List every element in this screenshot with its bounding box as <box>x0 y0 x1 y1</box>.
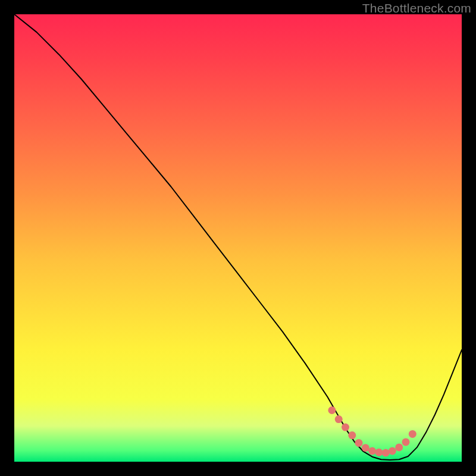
valley-dot <box>382 449 390 457</box>
valley-dot <box>342 424 349 431</box>
chart-svg <box>14 14 462 462</box>
bottleneck-curve <box>14 14 462 460</box>
valley-dot <box>355 439 363 447</box>
valley-dot <box>409 430 416 438</box>
valley-dot <box>375 449 383 456</box>
valley-dot <box>368 447 376 455</box>
valley-dot <box>348 431 356 439</box>
valley-dot <box>362 444 369 452</box>
valley-dot <box>328 406 336 414</box>
chart-frame <box>14 14 462 462</box>
valley-dot <box>335 415 343 423</box>
valley-dot <box>389 447 396 455</box>
valley-dot <box>402 438 410 446</box>
valley-dots <box>328 406 416 457</box>
attribution-text: TheBottleneck.com <box>362 1 471 15</box>
valley-dot <box>395 443 403 451</box>
